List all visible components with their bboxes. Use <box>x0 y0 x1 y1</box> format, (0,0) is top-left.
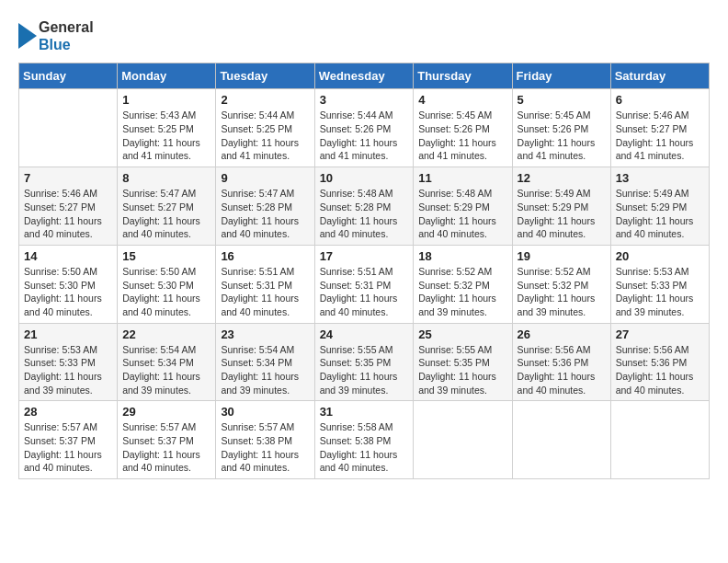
day-info: Sunrise: 5:48 AM Sunset: 5:29 PM Dayligh… <box>418 187 506 241</box>
calendar-week-4: 21Sunrise: 5:53 AM Sunset: 5:33 PM Dayli… <box>19 323 710 401</box>
col-header-sunday: Sunday <box>19 63 118 89</box>
calendar-body: 1Sunrise: 5:43 AM Sunset: 5:25 PM Daylig… <box>19 89 710 479</box>
day-info: Sunrise: 5:56 AM Sunset: 5:36 PM Dayligh… <box>518 343 606 397</box>
calendar-header-row: SundayMondayTuesdayWednesdayThursdayFrid… <box>19 63 710 89</box>
calendar-cell: 6Sunrise: 5:46 AM Sunset: 5:27 PM Daylig… <box>610 89 709 167</box>
day-info: Sunrise: 5:47 AM Sunset: 5:27 PM Dayligh… <box>122 187 210 241</box>
day-info: Sunrise: 5:46 AM Sunset: 5:27 PM Dayligh… <box>24 187 112 241</box>
calendar-cell <box>610 401 709 479</box>
calendar-cell: 24Sunrise: 5:55 AM Sunset: 5:35 PM Dayli… <box>314 323 414 401</box>
calendar-cell: 14Sunrise: 5:50 AM Sunset: 5:30 PM Dayli… <box>19 245 118 323</box>
col-header-saturday: Saturday <box>610 63 709 89</box>
day-number: 3 <box>320 93 409 107</box>
day-number: 24 <box>320 327 409 341</box>
calendar-week-2: 7Sunrise: 5:46 AM Sunset: 5:27 PM Daylig… <box>19 167 710 246</box>
day-number: 28 <box>24 405 112 419</box>
day-info: Sunrise: 5:49 AM Sunset: 5:29 PM Dayligh… <box>518 187 606 241</box>
day-number: 1 <box>122 93 210 107</box>
day-number: 16 <box>221 249 309 263</box>
day-info: Sunrise: 5:50 AM Sunset: 5:30 PM Dayligh… <box>24 265 112 319</box>
calendar-cell: 16Sunrise: 5:51 AM Sunset: 5:31 PM Dayli… <box>216 245 314 323</box>
calendar-cell: 29Sunrise: 5:57 AM Sunset: 5:37 PM Dayli… <box>118 401 216 479</box>
calendar-cell: 22Sunrise: 5:54 AM Sunset: 5:34 PM Dayli… <box>118 323 216 401</box>
col-header-tuesday: Tuesday <box>216 63 314 89</box>
day-number: 27 <box>616 327 704 341</box>
day-info: Sunrise: 5:56 AM Sunset: 5:36 PM Dayligh… <box>616 343 704 397</box>
day-info: Sunrise: 5:52 AM Sunset: 5:32 PM Dayligh… <box>418 265 506 319</box>
day-info: Sunrise: 5:43 AM Sunset: 5:25 PM Dayligh… <box>122 109 210 163</box>
day-info: Sunrise: 5:46 AM Sunset: 5:27 PM Dayligh… <box>616 109 704 163</box>
day-number: 8 <box>122 171 210 185</box>
calendar-cell: 17Sunrise: 5:51 AM Sunset: 5:31 PM Dayli… <box>314 245 414 323</box>
day-info: Sunrise: 5:54 AM Sunset: 5:34 PM Dayligh… <box>221 343 309 397</box>
calendar-cell: 7Sunrise: 5:46 AM Sunset: 5:27 PM Daylig… <box>19 167 118 246</box>
calendar-cell <box>414 401 512 479</box>
day-number: 11 <box>418 171 506 185</box>
col-header-thursday: Thursday <box>414 63 512 89</box>
day-number: 25 <box>418 327 506 341</box>
logo-graphic-icon <box>18 23 37 49</box>
day-info: Sunrise: 5:55 AM Sunset: 5:35 PM Dayligh… <box>418 343 506 397</box>
page-header: General Blue <box>18 18 710 53</box>
col-header-friday: Friday <box>512 63 610 89</box>
logo-text: General Blue <box>39 18 94 53</box>
day-info: Sunrise: 5:58 AM Sunset: 5:38 PM Dayligh… <box>320 420 409 475</box>
day-number: 12 <box>518 171 606 185</box>
day-info: Sunrise: 5:50 AM Sunset: 5:30 PM Dayligh… <box>122 265 210 319</box>
col-header-wednesday: Wednesday <box>314 63 414 89</box>
calendar-cell: 13Sunrise: 5:49 AM Sunset: 5:29 PM Dayli… <box>610 167 709 246</box>
day-number: 19 <box>518 249 606 263</box>
day-number: 30 <box>221 405 309 419</box>
calendar-week-1: 1Sunrise: 5:43 AM Sunset: 5:25 PM Daylig… <box>19 89 710 167</box>
day-number: 6 <box>616 93 704 107</box>
day-number: 29 <box>122 405 210 419</box>
logo-blue: Blue <box>39 36 94 53</box>
day-number: 18 <box>418 249 506 263</box>
logo-container: General Blue <box>18 18 94 53</box>
day-info: Sunrise: 5:44 AM Sunset: 5:25 PM Dayligh… <box>221 109 309 163</box>
calendar-cell: 20Sunrise: 5:53 AM Sunset: 5:33 PM Dayli… <box>610 245 709 323</box>
day-number: 15 <box>122 249 210 263</box>
calendar-cell: 31Sunrise: 5:58 AM Sunset: 5:38 PM Dayli… <box>314 401 414 479</box>
calendar-cell: 10Sunrise: 5:48 AM Sunset: 5:28 PM Dayli… <box>314 167 414 246</box>
calendar-cell: 28Sunrise: 5:57 AM Sunset: 5:37 PM Dayli… <box>19 401 118 479</box>
col-header-monday: Monday <box>118 63 216 89</box>
day-info: Sunrise: 5:55 AM Sunset: 5:35 PM Dayligh… <box>320 343 409 397</box>
calendar-cell: 9Sunrise: 5:47 AM Sunset: 5:28 PM Daylig… <box>216 167 314 246</box>
calendar-table: SundayMondayTuesdayWednesdayThursdayFrid… <box>18 63 710 479</box>
day-info: Sunrise: 5:51 AM Sunset: 5:31 PM Dayligh… <box>221 265 309 319</box>
day-info: Sunrise: 5:45 AM Sunset: 5:26 PM Dayligh… <box>518 109 606 163</box>
calendar-cell: 3Sunrise: 5:44 AM Sunset: 5:26 PM Daylig… <box>314 89 414 167</box>
day-number: 26 <box>518 327 606 341</box>
calendar-week-5: 28Sunrise: 5:57 AM Sunset: 5:37 PM Dayli… <box>19 401 710 479</box>
day-info: Sunrise: 5:52 AM Sunset: 5:32 PM Dayligh… <box>518 265 606 319</box>
calendar-cell: 4Sunrise: 5:45 AM Sunset: 5:26 PM Daylig… <box>414 89 512 167</box>
day-number: 23 <box>221 327 309 341</box>
calendar-cell: 27Sunrise: 5:56 AM Sunset: 5:36 PM Dayli… <box>610 323 709 401</box>
logo: General Blue <box>18 18 94 53</box>
day-number: 9 <box>221 171 309 185</box>
day-number: 13 <box>616 171 704 185</box>
day-number: 7 <box>24 171 112 185</box>
calendar-cell: 8Sunrise: 5:47 AM Sunset: 5:27 PM Daylig… <box>118 167 216 246</box>
calendar-cell: 12Sunrise: 5:49 AM Sunset: 5:29 PM Dayli… <box>512 167 610 246</box>
day-info: Sunrise: 5:57 AM Sunset: 5:38 PM Dayligh… <box>221 420 309 475</box>
calendar-cell: 30Sunrise: 5:57 AM Sunset: 5:38 PM Dayli… <box>216 401 314 479</box>
day-info: Sunrise: 5:57 AM Sunset: 5:37 PM Dayligh… <box>122 420 210 475</box>
calendar-cell <box>512 401 610 479</box>
day-number: 2 <box>221 93 309 107</box>
day-info: Sunrise: 5:49 AM Sunset: 5:29 PM Dayligh… <box>616 187 704 241</box>
day-number: 22 <box>122 327 210 341</box>
calendar-cell: 18Sunrise: 5:52 AM Sunset: 5:32 PM Dayli… <box>414 245 512 323</box>
day-number: 31 <box>320 405 409 419</box>
calendar-cell: 19Sunrise: 5:52 AM Sunset: 5:32 PM Dayli… <box>512 245 610 323</box>
calendar-cell: 11Sunrise: 5:48 AM Sunset: 5:29 PM Dayli… <box>414 167 512 246</box>
day-info: Sunrise: 5:54 AM Sunset: 5:34 PM Dayligh… <box>122 343 210 397</box>
day-info: Sunrise: 5:47 AM Sunset: 5:28 PM Dayligh… <box>221 187 309 241</box>
day-number: 10 <box>320 171 409 185</box>
day-info: Sunrise: 5:45 AM Sunset: 5:26 PM Dayligh… <box>418 109 506 163</box>
day-info: Sunrise: 5:44 AM Sunset: 5:26 PM Dayligh… <box>320 109 409 163</box>
calendar-cell: 26Sunrise: 5:56 AM Sunset: 5:36 PM Dayli… <box>512 323 610 401</box>
day-number: 17 <box>320 249 409 263</box>
calendar-cell: 21Sunrise: 5:53 AM Sunset: 5:33 PM Dayli… <box>19 323 118 401</box>
